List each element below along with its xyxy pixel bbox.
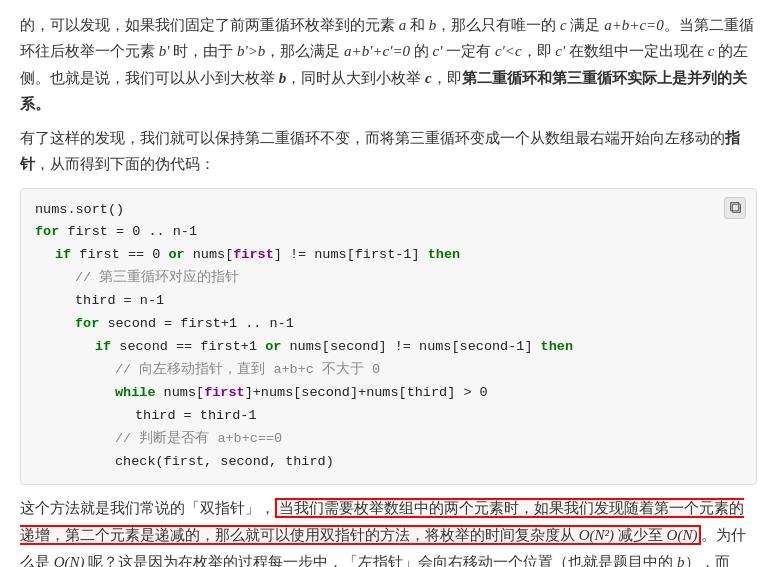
code-line-6: for second = first+1 .. n-1 [35, 313, 742, 336]
para3-start: 这个方法就是我们常说的「双指针」， [20, 500, 275, 516]
page-container: 的，可以发现，如果我们固定了前两重循环枚举到的元素 a 和 b，那么只有唯一的 … [20, 12, 757, 567]
intro-text: 的，可以发现，如果我们固定了前两重循环枚举到的元素 a 和 b，那么只有唯一的 … [20, 17, 754, 112]
code-line-12: check(first, second, third) [35, 451, 742, 474]
intro-paragraph: 的，可以发现，如果我们固定了前两重循环枚举到的元素 a 和 b，那么只有唯一的 … [20, 12, 757, 117]
copy-button[interactable] [724, 197, 746, 219]
code-line-8: // 向左移动指针，直到 a+b+c 不大于 0 [35, 359, 742, 382]
code-line-2: for first = 0 .. n-1 [35, 221, 742, 244]
code-line-4: // 第三重循环对应的指针 [35, 267, 742, 290]
code-line-10: third = third-1 [35, 405, 742, 428]
code-line-9: while nums[first]+nums[second]+nums[thir… [35, 382, 742, 405]
code-line-7: if second == first+1 or nums[second] != … [35, 336, 742, 359]
para2-text: 有了这样的发现，我们就可以保持第二重循环不变，而将第三重循环变成一个从数组最右端… [20, 130, 740, 172]
code-line-11: // 判断是否有 a+b+c==0 [35, 428, 742, 451]
code-line-3: if first == 0 or nums[first] != nums[fir… [35, 244, 742, 267]
code-line-1: nums.sort() [35, 199, 742, 222]
code-block: nums.sort() for first = 0 .. n-1 if firs… [20, 188, 757, 485]
para3: 这个方法就是我们常说的「双指针」，当我们需要枚举数组中的两个元素时，如果我们发现… [20, 495, 757, 567]
code-line-5: third = n-1 [35, 290, 742, 313]
para2: 有了这样的发现，我们就可以保持第二重循环不变，而将第三重循环变成一个从数组最右端… [20, 125, 757, 178]
para2-bold: 指针 [20, 130, 740, 172]
bold-text-1: 第二重循环和第三重循环实际上是并列的关系。 [20, 70, 747, 112]
